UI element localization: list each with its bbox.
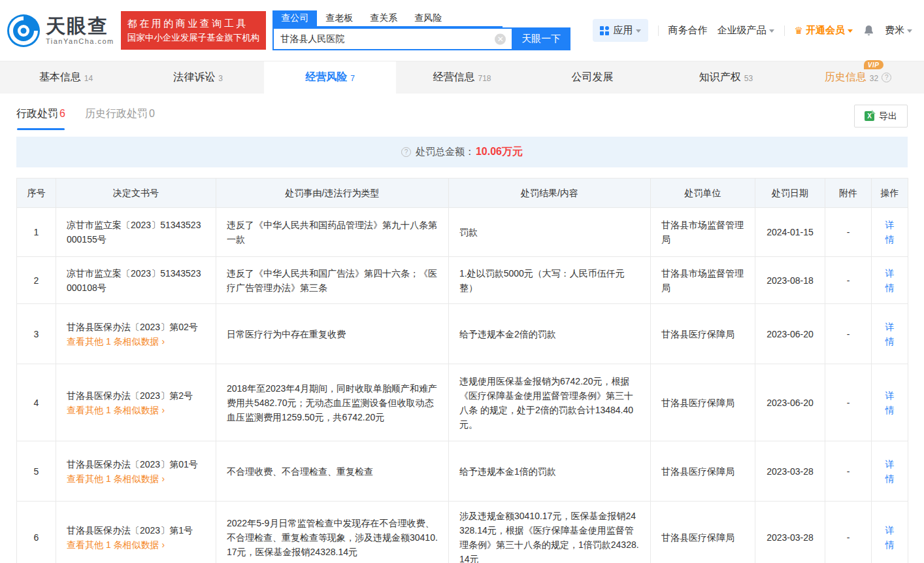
help-icon[interactable]: ? <box>401 147 411 157</box>
detail-link[interactable]: 详情 <box>885 268 895 293</box>
detail-link[interactable]: 详情 <box>885 220 895 245</box>
subtab-admin-penalty[interactable]: 行政处罚6 <box>16 107 65 130</box>
col-action: 操作 <box>872 179 908 208</box>
tab-business-risk[interactable]: 经营风险7 <box>264 61 396 94</box>
cell-seq: 3 <box>17 304 56 364</box>
col-seq: 序号 <box>17 179 56 208</box>
penalty-table: 序号 决定文书号 处罚事由/违法行为类型 处罚结果/内容 处罚单位 处罚日期 附… <box>16 178 908 563</box>
top-menu: 应用 商务合作 企业级产品 ♛ 开通会员 费米 <box>593 19 912 42</box>
cell-attachment: - <box>825 441 872 502</box>
cell-result: 涉及违规金额30410.17元，医保基金报销24328.14元，根据《医疗保障基… <box>449 502 651 563</box>
search-tab-company[interactable]: 查公司 <box>272 10 317 26</box>
cell-attachment: - <box>825 304 872 364</box>
cell-unit: 甘洛县市场监督管理局 <box>651 257 755 304</box>
cell-attachment: - <box>825 502 872 563</box>
help-icon[interactable]: ? <box>882 73 891 82</box>
cell-seq: 4 <box>17 364 56 441</box>
cell-date: 2023-06-20 <box>755 304 825 364</box>
cell-date: 2024-01-15 <box>755 208 825 257</box>
col-unit: 处罚单位 <box>651 179 755 208</box>
menu-vip[interactable]: ♛ 开通会员 <box>795 24 853 37</box>
penalty-table-wrap: 序号 决定文书号 处罚事由/违法行为类型 处罚结果/内容 处罚单位 处罚日期 附… <box>0 167 924 563</box>
detail-link[interactable]: 详情 <box>885 525 895 550</box>
tab-history-info[interactable]: VIP 历史信息 32 ? <box>792 61 924 94</box>
cell-reason: 不合理收费、不合理检查、重复检查 <box>216 441 449 502</box>
cell-seq: 6 <box>17 502 56 563</box>
cell-seq: 1 <box>17 208 56 257</box>
cell-date: 2023-03-28 <box>755 441 825 502</box>
similar-data-link[interactable]: 查看其他 1 条相似数据 › <box>67 471 165 486</box>
brand-name: 天眼查 <box>46 16 114 36</box>
table-row: 4 甘洛县医保办法〔2023〕第2号 查看其他 1 条相似数据 › 2018年至… <box>17 364 908 441</box>
export-button[interactable]: X 导出 <box>854 105 908 128</box>
col-reason: 处罚事由/违法行为类型 <box>216 179 449 208</box>
search-input[interactable] <box>272 27 512 50</box>
clear-icon[interactable]: ✕ <box>495 33 506 44</box>
search-tab-relation[interactable]: 查关系 <box>361 10 406 26</box>
detail-link[interactable]: 详情 <box>885 322 895 347</box>
cell-doc: 甘洛县医保办法〔2023〕第01号 查看其他 1 条相似数据 › <box>56 441 216 502</box>
col-doc-number: 决定文书号 <box>56 179 216 208</box>
tab-business-info[interactable]: 经营信息718 <box>396 61 528 94</box>
slogan-line1: 都在用的商业查询工具 <box>127 16 260 31</box>
slogan-badge: 都在用的商业查询工具 国家中小企业发展子基金旗下机构 <box>121 11 267 49</box>
tab-company-development[interactable]: 公司发展 <box>528 61 660 94</box>
search-tab-risk[interactable]: 查风险 <box>406 10 450 26</box>
detail-link[interactable]: 详情 <box>885 390 895 415</box>
col-result: 处罚结果/内容 <box>449 179 651 208</box>
page: 天眼查 TianYanCha.com 都在用的商业查询工具 国家中小企业发展子基… <box>0 0 924 563</box>
cell-attachment: - <box>825 364 872 441</box>
search-block: 查公司 查老板 查关系 查风险 ✕ 天眼一下 <box>272 10 570 50</box>
detail-link[interactable]: 详情 <box>885 459 895 484</box>
cell-seq: 5 <box>17 441 56 502</box>
table-header-row: 序号 决定文书号 处罚事由/违法行为类型 处罚结果/内容 处罚单位 处罚日期 附… <box>17 179 908 208</box>
penalty-total-banner: ? 处罚总金额： 10.06万元 <box>16 137 908 167</box>
similar-data-link[interactable]: 查看其他 1 条相似数据 › <box>67 537 165 552</box>
divider <box>658 26 659 36</box>
menu-enterprise[interactable]: 企业级产品 <box>718 24 774 37</box>
table-row: 3 甘洛县医保办法〔2023〕第02号 查看其他 1 条相似数据 › 日常医疗行… <box>17 304 908 364</box>
cell-unit: 甘洛县市场监督管理局 <box>651 208 755 257</box>
chevron-down-icon <box>848 29 853 33</box>
apps-menu[interactable]: 应用 <box>593 19 648 42</box>
cell-result: 1.处以罚款5000元（大写：人民币伍仟元整） <box>449 257 651 304</box>
col-date: 处罚日期 <box>755 179 825 208</box>
cell-doc: 甘洛县医保办法〔2023〕第2号 查看其他 1 条相似数据 › <box>56 364 216 441</box>
cell-doc: 凉甘市监立案〔2023〕51343523000155号 <box>56 208 216 257</box>
search-tab-boss[interactable]: 查老板 <box>317 10 361 26</box>
cell-date: 2023-03-28 <box>755 502 825 563</box>
username: 费米 <box>885 24 904 37</box>
cell-doc: 凉甘市监立案〔2023〕51343523000108号 <box>56 257 216 304</box>
menu-cooperation[interactable]: 商务合作 <box>668 24 708 37</box>
similar-data-link[interactable]: 查看其他 1 条相似数据 › <box>67 403 165 417</box>
search-button[interactable]: 天眼一下 <box>512 27 570 50</box>
vip-badge: VIP <box>864 60 884 69</box>
crown-icon: ♛ <box>795 26 803 35</box>
apps-grid-icon <box>600 26 609 35</box>
cell-reason: 2018年至2023年4月期间，同时收取单胎顺产和难产费用共5482.70元；无… <box>216 364 449 441</box>
cell-reason: 日常医疗行为中存在重复收费 <box>216 304 449 364</box>
cell-date: 2023-06-20 <box>755 364 825 441</box>
brand-domain: TianYanCha.com <box>46 37 114 45</box>
penalty-total-label: 处罚总金额： <box>416 146 474 158</box>
tab-intellectual-property[interactable]: 知识产权53 <box>660 61 792 94</box>
table-row: 5 甘洛县医保办法〔2023〕第01号 查看其他 1 条相似数据 › 不合理收费… <box>17 441 908 502</box>
bell-icon[interactable] <box>863 24 875 37</box>
cell-unit: 甘洛县医疗保障局 <box>651 441 755 502</box>
tab-basic-info[interactable]: 基本信息14 <box>0 61 132 94</box>
apps-label: 应用 <box>614 24 633 37</box>
tab-legal-litigation[interactable]: 法律诉讼3 <box>132 61 264 94</box>
subtab-row: 行政处罚6 历史行政处罚0 X 导出 <box>0 94 924 131</box>
chevron-down-icon <box>636 29 641 33</box>
excel-icon: X <box>865 111 874 121</box>
user-menu[interactable]: 费米 <box>885 24 912 37</box>
logo[interactable]: 天眼查 TianYanCha.com <box>7 14 114 48</box>
cell-reason: 违反了《中华人民共和国药品管理法》第九十八条第一款 <box>216 208 449 257</box>
cell-attachment: - <box>825 208 872 257</box>
subtab-history-admin-penalty[interactable]: 历史行政处罚0 <box>85 107 155 130</box>
chevron-down-icon <box>769 29 774 33</box>
company-nav-tabs: 基本信息14 法律诉讼3 经营风险7 经营信息718 公司发展 知识产权53 V… <box>0 61 924 94</box>
similar-data-link[interactable]: 查看其他 1 条相似数据 › <box>67 334 165 349</box>
table-row: 1 凉甘市监立案〔2023〕51343523000155号 违反了《中华人民共和… <box>17 208 908 257</box>
table-row: 2 凉甘市监立案〔2023〕51343523000108号 违反了《中华人民共和… <box>17 257 908 304</box>
